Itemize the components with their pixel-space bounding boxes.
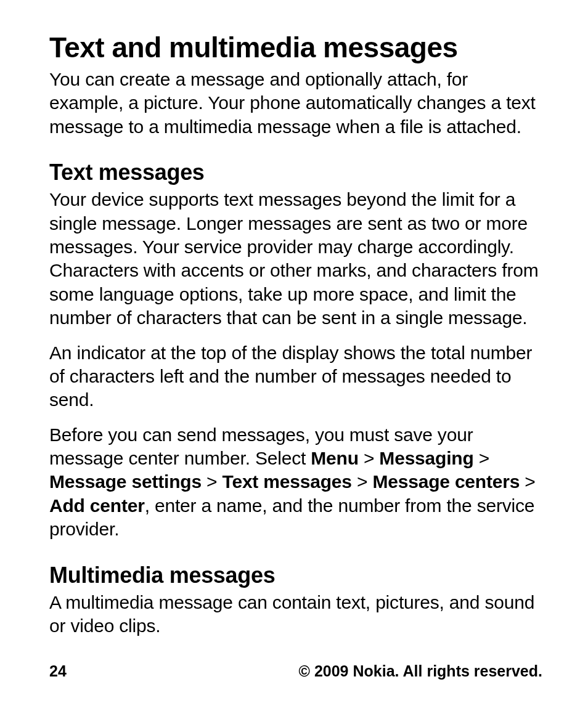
multimedia-messages-paragraph: A multimedia message can contain text, p… bbox=[49, 591, 542, 638]
text-messages-paragraph-1: Your device supports text messages beyon… bbox=[49, 188, 542, 330]
document-page: Text and multimedia messages You can cre… bbox=[0, 0, 588, 727]
menu-navigation-path: Before you can send messages, you must s… bbox=[49, 423, 542, 542]
menu-path-item: Message settings bbox=[49, 471, 202, 492]
page-footer: 24 © 2009 Nokia. All rights reserved. bbox=[49, 662, 542, 680]
menu-path-item: Add center bbox=[49, 495, 145, 516]
page-number: 24 bbox=[49, 662, 67, 680]
page-title: Text and multimedia messages bbox=[49, 31, 542, 64]
copyright-text: © 2009 Nokia. All rights reserved. bbox=[299, 662, 542, 680]
section-heading-multimedia-messages: Multimedia messages bbox=[49, 563, 542, 588]
menu-path-item: Menu bbox=[311, 448, 359, 468]
menu-path-item: Message centers bbox=[372, 471, 520, 492]
text-messages-paragraph-2: An indicator at the top of the display s… bbox=[49, 341, 542, 412]
menu-path-item: Text messages bbox=[223, 471, 352, 492]
section-heading-text-messages: Text messages bbox=[49, 160, 542, 185]
menu-path-item: Messaging bbox=[379, 448, 473, 468]
intro-paragraph: You can create a message and optionally … bbox=[49, 68, 542, 139]
